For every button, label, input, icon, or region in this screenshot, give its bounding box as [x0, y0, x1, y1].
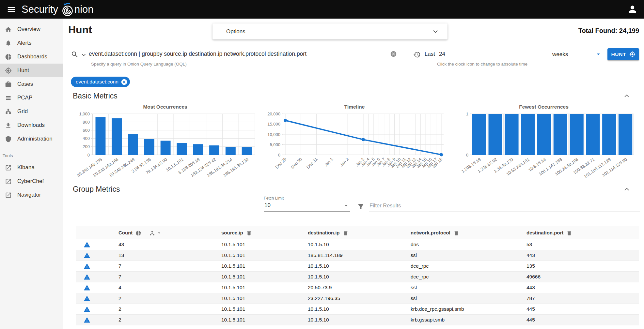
query-history-chevron[interactable] [81, 52, 87, 58]
menu-button[interactable] [7, 5, 16, 14]
row-warning-icon[interactable] [84, 240, 90, 248]
sidebar-item-administration[interactable]: Administration [0, 132, 63, 146]
table-row[interactable]: 410.1.5.10120.50.73.9ssl443 [76, 282, 639, 293]
shield-icon [5, 136, 12, 142]
sidebar-tool-navigator[interactable]: Navigator [0, 188, 63, 202]
sidebar-item-downloads[interactable]: Downloads [0, 118, 63, 132]
filter-results-input[interactable] [369, 202, 640, 212]
warning-icon [84, 306, 90, 313]
query-input[interactable] [89, 49, 387, 60]
table-cell: 10.1.5.101 [215, 272, 302, 282]
query-field [89, 49, 398, 60]
pcap-icon [5, 95, 12, 101]
row-warning-icon[interactable] [84, 316, 90, 323]
sidebar-item-grid[interactable]: Grid [0, 105, 63, 118]
collapse-group-metrics-button[interactable] [623, 186, 630, 193]
svg-text:Jan 2: Jan 2 [339, 157, 350, 168]
trash-icon [343, 230, 349, 236]
table-cell: 10.1.5.10 [302, 304, 405, 315]
chart-title: Timeline [262, 104, 447, 110]
total-found-label: Total Found: [578, 27, 618, 34]
table-cell: 445 [521, 315, 639, 325]
clear-query-button[interactable] [390, 51, 397, 57]
remove-column-button[interactable] [566, 229, 572, 236]
table-cell: 787 [521, 293, 639, 304]
group-metrics-section: Group Metrics Fetch Limit 10 [63, 181, 644, 325]
sidebar-tool-kibana[interactable]: Kibana [0, 161, 63, 174]
table-cell: 10.1.5.101 [215, 282, 302, 293]
fetch-limit-value: 10 [264, 202, 271, 209]
table-cell: 2 [113, 315, 215, 325]
warning-icon [84, 317, 90, 323]
table-cell: 445 [521, 304, 639, 315]
table-cell: 10.1.5.101 [215, 239, 302, 250]
table-cell: dce_rpc [405, 272, 521, 282]
filter-chips-row: event.dataset:conn [63, 69, 644, 88]
page-header-row: Hunt Options Total Found: 24,199 [63, 19, 644, 42]
pie-chart-icon-button[interactable] [135, 229, 141, 236]
group-metrics-controls: Fetch Limit 10 [63, 195, 644, 220]
column-header-destination-ip[interactable]: destination.ip [302, 227, 405, 239]
x-circle-icon [121, 79, 128, 85]
row-warning-icon[interactable] [84, 273, 90, 280]
table-row[interactable]: 210.1.5.10110.1.5.10krb,gssapi,smb445 [76, 315, 639, 325]
filter-chip[interactable]: event.dataset:conn [71, 77, 130, 87]
sidebar-tool-cyberchef[interactable]: CyberChef [0, 174, 63, 188]
caret-down-icon [156, 230, 162, 236]
table-cell: krb,gssapi,smb [405, 315, 521, 325]
app-logo: Security nion [22, 2, 94, 17]
hunt-button[interactable]: HUNT [607, 48, 639, 60]
table-cell: 53 [521, 239, 639, 250]
sidebar-item-label: Hunt [17, 67, 29, 74]
fetch-limit-select[interactable]: Fetch Limit 10 [264, 196, 350, 212]
pie-chart-icon [135, 230, 141, 236]
table-row[interactable]: 4310.1.5.10110.1.5.10dns53 [76, 239, 639, 250]
collapse-basic-metrics-button[interactable] [623, 92, 630, 99]
table-cell: 7 [113, 272, 215, 282]
column-header-destination-port[interactable]: destination.port [521, 227, 639, 239]
sidebar-item-cases[interactable]: Cases [0, 77, 63, 91]
remove-column-button[interactable] [343, 229, 349, 236]
search-icon[interactable] [71, 51, 79, 58]
options-dropdown[interactable]: Options [212, 23, 448, 39]
row-warning-icon[interactable] [84, 305, 90, 312]
table-cell: 2 [113, 293, 215, 304]
warning-icon [84, 241, 90, 248]
sidebar-item-alerts[interactable]: Alerts [0, 36, 63, 50]
table-row[interactable]: 710.1.5.10110.1.5.10dce_rpc135 [76, 261, 639, 272]
column-header-count[interactable]: Count [113, 227, 215, 239]
flow-icon-button[interactable] [149, 229, 155, 236]
sidebar-item-overview[interactable]: Overview [0, 22, 63, 36]
table-row[interactable]: 210.1.5.10110.1.5.10krb,dce_rpc,gssapi,s… [76, 304, 639, 315]
sidebar-item-hunt[interactable]: Hunt [0, 64, 63, 77]
table-row[interactable]: 210.1.5.10123.227.196.35ssl787 [76, 293, 639, 304]
table-row[interactable]: 710.1.5.10110.1.5.10dce_rpc49666 [76, 272, 639, 282]
caret-down-icon-button[interactable] [156, 230, 162, 236]
user-menu-button[interactable] [628, 5, 637, 14]
trash-icon [453, 230, 459, 236]
sidebar-tool-label: CyberChef [17, 178, 44, 185]
remove-column-button[interactable] [246, 229, 252, 236]
open-in-new-icon [5, 178, 12, 185]
row-warning-icon[interactable] [84, 262, 90, 269]
remove-column-button[interactable] [453, 229, 459, 236]
row-warning-icon[interactable] [84, 251, 90, 259]
column-header-network-protocol[interactable]: network.protocol [405, 227, 521, 239]
sidebar-item-dashboards[interactable]: Dashboards [0, 50, 63, 64]
bell-icon [5, 40, 12, 47]
remove-filter-button[interactable] [121, 79, 128, 85]
table-row[interactable]: 1310.1.5.101185.81.114.189ssl443 [76, 250, 639, 261]
query-hint: Specify a query in Onion Query Language … [91, 62, 187, 67]
row-warning-icon[interactable] [84, 294, 90, 302]
column-header-source-ip[interactable]: source.ip [215, 227, 302, 239]
clock-icon-button[interactable] [413, 51, 421, 58]
open-in-new-icon [5, 164, 12, 171]
charts-row: Most Occurrences02004006008001,00089.248… [63, 102, 644, 181]
sidebar-item-pcap[interactable]: PCAP [0, 91, 63, 105]
sidebar-item-label: Alerts [17, 40, 31, 46]
duration-units-select[interactable]: weeks [551, 49, 603, 60]
row-warning-icon[interactable] [84, 283, 90, 291]
duration-input[interactable] [438, 49, 551, 60]
table-cell: 10.1.5.101 [215, 261, 302, 272]
trash-icon [566, 230, 572, 236]
